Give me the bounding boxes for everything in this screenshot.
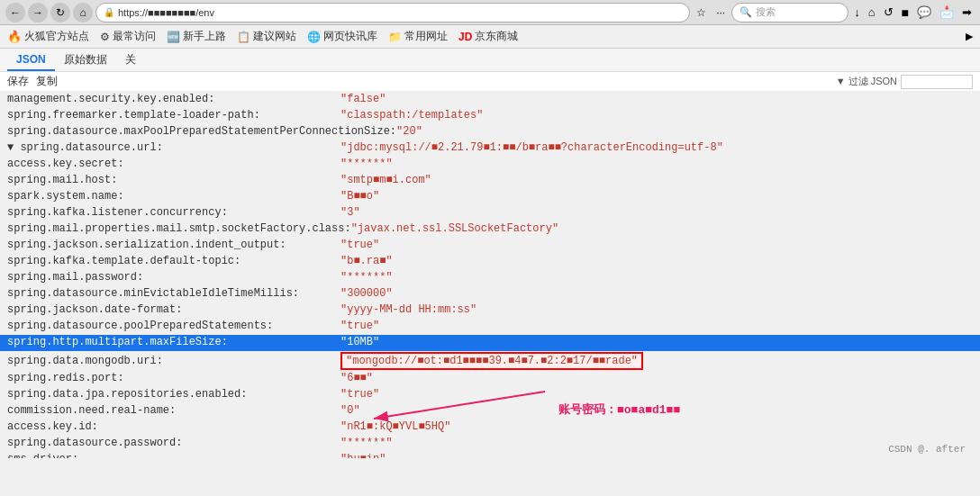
json-row: spring.kafka.template.default-topic: "b■… [0,254,980,270]
json-row: spring.datasource.maxPoolPreparedStateme… [0,124,980,140]
bookmark-newuser[interactable]: 🆕新手上路 [167,29,226,44]
json-value: "yyyy-MM-dd HH:mm:ss" [340,303,476,318]
nav-icon-7[interactable]: ➡ [959,5,975,19]
json-key: spring.jackson.serialization.indent_outp… [7,239,340,253]
json-key: management.security.key.enabled: [7,93,340,107]
annotation-arrow [365,387,545,423]
json-key: spring.datasource.maxPoolPreparedStateme… [7,125,396,140]
filter-label: ▼ 过滤 JSON [836,75,897,88]
json-row: management.security.key.enabled: "false" [0,92,980,108]
json-value: "smtp■m■i.com" [340,174,431,188]
json-key: spring.mail.properties.mail.smtp.socketF… [7,222,351,237]
json-key: spring.mail.host: [7,174,340,188]
nav-icon-5[interactable]: 💬 [914,5,934,19]
bookmark-news[interactable]: 🌐网页快讯库 [307,29,377,44]
json-key: ▼ spring.datasource.url: [7,141,340,156]
json-value: "hu■in" [340,453,386,458]
json-toolbar: JSON 原始数据 关 [0,49,980,72]
json-value: "10MB" [340,336,379,350]
forward-btn[interactable]: → [28,3,48,23]
json-value: "classpath:/templates" [340,109,483,123]
json-value: "300000" [340,287,393,302]
json-value: "B■■o" [340,190,379,204]
json-row: spring.jackson.serialization.indent_outp… [0,238,980,254]
json-row: access.key.secret: "******" [0,157,980,173]
json-row: spring.datasource.minEvictableIdleTimeMi… [0,286,980,302]
json-key: spring.redis.port: [7,372,340,386]
bookmark-jd[interactable]: JD京东商城 [458,29,518,44]
nav-icon-4[interactable]: ■ [899,5,912,20]
json-row: sms.driver: "hu■in" [0,452,980,458]
json-value: "******" [340,437,393,451]
more-btn[interactable]: ··· [712,6,729,19]
json-row: spring.mail.host: "smtp■m■i.com" [0,173,980,189]
json-row-highlighted: spring.http.multipart.maxFileSize: "10MB… [0,335,980,351]
bookmark-common[interactable]: 📁常用网址 [388,29,448,44]
tab-close[interactable]: 关 [116,49,145,71]
json-value: "true" [340,320,379,334]
copy-button[interactable]: 复制 [36,74,58,89]
address-text: https://■■■■■■■■/env [118,7,214,18]
search-placeholder: 搜索 [756,5,776,19]
bookmark-btn[interactable]: ☆ [693,6,710,19]
save-button[interactable]: 保存 [7,74,29,89]
filter-input[interactable] [901,75,973,89]
json-row: spring.mail.password: "******" [0,270,980,286]
json-value: "6■■" [340,372,373,386]
json-value: "javax.net.ssl.SSLSocketFactory" [351,222,558,237]
nav-icon-1[interactable]: ↓ [851,5,863,19]
footer: CSDN @. after [885,440,969,458]
bookmarks-bar: 🔥火狐官方站点 ⚙最常访问 🆕新手上路 📋建议网站 🌐网页快讯库 📁常用网址 J… [0,25,980,49]
json-value: "20" [396,125,422,140]
json-key: spring.mail.password: [7,271,340,285]
json-row: spring.redis.port: "6■■" [0,371,980,387]
json-row: commission.need.real-name: "0" 账号密码：■o■a… [0,403,980,419]
nav-icon-6[interactable]: 📩 [937,5,957,19]
nav-icon-2[interactable]: ⌂ [866,5,878,19]
json-value: "******" [340,271,393,285]
json-value: "3" [340,206,360,221]
nav-icon-3[interactable]: ↺ [881,5,896,19]
bookmark-suggest[interactable]: 📋建议网站 [237,29,296,44]
reload-btn[interactable]: ↻ [50,3,70,23]
json-key: spring.datasource.minEvictableIdleTimeMi… [7,287,340,302]
annotation-text: 账号密码：■o■a■d1■■ [558,401,680,418]
filter-area[interactable]: ▼ 过滤 JSON [836,75,973,89]
json-row: spring.jackson.date-format: "yyyy-MM-dd … [0,302,980,319]
back-btn[interactable]: ← [5,3,25,23]
json-key: spring.kafka.listener.concurrency: [7,206,340,221]
search-bar[interactable]: 🔍 搜索 [731,3,848,23]
json-value-mongodb: "mongodb://■ot:■d1■■■■39.■4■7.■2:2■17/■■… [340,352,643,370]
footer-text: CSDN @. after [888,444,966,455]
tab-raw[interactable]: 原始数据 [55,49,116,71]
json-row: spring.datasource.password: "******" [0,436,980,452]
json-key: spring.kafka.template.default-topic: [7,255,340,269]
action-bar: 保存 复制 ▼ 过滤 JSON [0,72,980,92]
bookmark-firefox[interactable]: 🔥火狐官方站点 [7,29,89,44]
json-key: spring.data.mongodb.uri: [7,355,340,367]
nav-bar: ← → ↻ ⌂ 🔒 https://■■■■■■■■/env ☆ ··· 🔍 搜… [0,0,980,25]
lock-icon: 🔒 [104,7,114,17]
home-btn[interactable]: ⌂ [73,3,93,23]
json-value: "b■.ra■" [340,255,393,269]
json-row: spring.freemarker.template-loader-path: … [0,108,980,124]
json-row: spark.system.name: "B■■o" [0,189,980,205]
address-bar[interactable]: 🔒 https://■■■■■■■■/env [95,3,690,23]
json-key: spring.jackson.date-format: [7,303,340,318]
json-key: spring.datasource.poolPreparedStatements… [7,320,340,334]
json-key: access.key.id: [7,420,340,435]
json-row: spring.datasource.poolPreparedStatements… [0,319,980,335]
tab-json[interactable]: JSON [7,50,55,71]
json-value: "false" [340,93,386,107]
json-value: "jdbc:mysql://■2.21.79■1:■■/b■ra■■?chara… [340,141,723,156]
json-value: "true" [340,239,379,253]
json-row: spring.mail.properties.mail.smtp.socketF… [0,221,980,238]
bookmark-frequent[interactable]: ⚙最常访问 [100,29,156,44]
json-key: spring.data.jpa.repositories.enabled: [7,388,340,402]
more-bookmarks[interactable]: ▶ [966,31,973,42]
json-key: spark.system.name: [7,190,340,204]
json-key: access.key.secret: [7,158,340,172]
json-row: ▼ spring.datasource.url: "jdbc:mysql://■… [0,140,980,157]
json-key: sms.driver: [7,453,340,458]
json-content: management.security.key.enabled: "false"… [0,92,980,458]
